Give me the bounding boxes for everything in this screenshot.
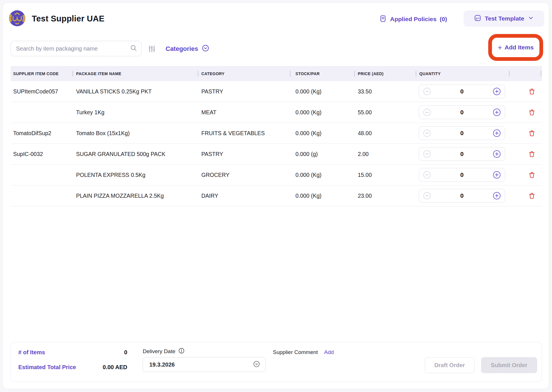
delete-item-button[interactable] [528,109,536,116]
stock-par-cell: 0.000 (Kg) [290,123,354,143]
applied-policies-count: (0) [440,16,447,23]
applied-policies-link[interactable]: Applied Policies (0) [379,15,447,24]
supplier-comment-label: Supplier Comment [273,349,318,355]
quantity-value[interactable]: 0 [460,88,464,95]
stock-par-cell: 0.000 (g) [290,144,354,164]
add-items-button[interactable]: + Add Items [496,43,535,51]
actions-cell [509,102,542,123]
quantity-cell: 0 [416,144,509,164]
increase-quantity-button[interactable] [492,191,502,201]
quantity-stepper[interactable]: 0 [419,168,505,182]
table-header: SUPPLIER ITEM CODE PACKAGE ITEM NAME CAT… [11,66,542,81]
increase-quantity-button[interactable] [492,170,502,180]
page-title: Test Supplier UAE [32,14,104,23]
price-cell: 23.00 [354,185,416,206]
decrease-quantity-button[interactable] [422,107,432,117]
stock-par-cell: 0.000 (Kg) [290,81,354,102]
template-selector-button[interactable]: Test Template [464,11,544,27]
decrease-quantity-button[interactable] [422,191,432,201]
table-row: TomatoDifSup2 Tomato Box (15x1Kg) FRUITS… [11,123,542,144]
categories-dropdown[interactable]: Categories [166,44,209,53]
supplier-item-code-cell [11,185,72,206]
chevron-down-icon [528,15,534,22]
increase-quantity-button[interactable] [492,107,502,117]
column-header-quantity: QUANTITY [416,66,509,81]
column-header-package-item-name: PACKAGE ITEM NAME [72,66,198,81]
total-price-label[interactable]: Estimated Total Price [18,364,76,371]
decrease-quantity-button[interactable] [422,149,432,159]
increase-quantity-button[interactable] [492,128,502,138]
add-comment-link[interactable]: Add [324,349,334,355]
info-icon[interactable] [178,347,185,355]
quantity-stepper[interactable]: 0 [419,189,505,203]
quantity-value[interactable]: 0 [460,192,464,199]
category-cell: GROCERY [198,165,290,185]
price-cell: 2.00 [354,144,416,164]
package-item-name-cell: POLENTA EXPRESS 0.5Kg [72,165,198,185]
stock-par-cell: 0.000 (Kg) [290,185,354,206]
package-item-name-cell: Turkey 1Kg [72,102,198,123]
category-cell: PASTRY [198,81,290,102]
increase-quantity-button[interactable] [492,149,502,159]
decrease-quantity-button[interactable] [422,170,432,180]
quantity-stepper[interactable]: 0 [419,85,505,98]
plus-icon: + [498,44,502,51]
draft-order-button[interactable]: Draft Order [425,357,474,373]
items-count-value: 0 [85,349,127,356]
delivery-date-input[interactable]: 19.3.2026 [143,357,266,372]
supplier-logo [9,10,25,27]
total-price-value: 0.00 AED [68,364,127,371]
stock-par-cell: 0.000 (Kg) [290,165,354,185]
actions-cell [509,165,542,185]
quantity-value[interactable]: 0 [460,171,464,178]
quantity-cell: 0 [416,123,509,143]
policies-icon [379,15,387,24]
delete-item-button[interactable] [528,150,536,158]
delete-item-button[interactable] [528,129,536,137]
actions-cell [509,81,542,102]
add-items-label: Add Items [505,44,534,51]
actions-cell [509,123,542,143]
package-item-name-cell: PLAIN PIZZA MOZZARELLA 2.5Kg [72,185,198,206]
category-cell: PASTRY [198,144,290,164]
actions-cell [509,185,542,206]
table-row: PLAIN PIZZA MOZZARELLA 2.5Kg DAIRY 0.000… [11,185,542,206]
stock-par-cell: 0.000 (Kg) [290,102,354,123]
quantity-cell: 0 [416,102,509,123]
quantity-stepper[interactable]: 0 [419,126,505,140]
quantity-cell: 0 [416,165,509,185]
category-cell: DAIRY [198,185,290,206]
price-cell: 48.00 [354,123,416,143]
supplier-item-code-cell [11,165,72,185]
search-input[interactable] [15,45,130,52]
quantity-value[interactable]: 0 [460,130,464,137]
decrease-quantity-button[interactable] [422,128,432,138]
quantity-cell: 0 [416,185,509,206]
price-cell: 33.50 [354,81,416,102]
template-icon [474,14,481,23]
table-row: Turkey 1Kg MEAT 0.000 (Kg) 55.00 0 [11,102,542,123]
price-cell: 55.00 [354,102,416,123]
supplier-order-card: Test Supplier UAE Applied Policies (0) [2,2,549,389]
submit-order-button[interactable]: Submit Order [481,357,537,373]
category-cell: FRUITS & VEGETABLES [198,123,290,143]
table-row: POLENTA EXPRESS 0.5Kg GROCERY 0.000 (Kg)… [11,165,542,185]
decrease-quantity-button[interactable] [422,87,432,96]
quantity-stepper[interactable]: 0 [419,105,505,119]
quantity-stepper[interactable]: 0 [419,147,505,161]
quantity-value[interactable]: 0 [460,109,464,116]
delete-item-button[interactable] [528,192,536,200]
delete-item-button[interactable] [528,171,536,179]
order-summary-bar: # of Items 0 Estimated Total Price 0.00 … [11,342,542,382]
template-button-label: Test Template [485,15,524,22]
chevron-down-circle-icon [253,360,260,369]
increase-quantity-button[interactable] [492,87,502,96]
delivery-date-value: 19.3.2026 [149,361,175,368]
column-header-actions [509,66,542,81]
quantity-value[interactable]: 0 [460,151,464,157]
search-icon [130,44,137,53]
items-count-label[interactable]: # of Items [18,349,45,356]
delete-item-button[interactable] [528,88,536,95]
filter-icon[interactable] [148,45,156,54]
actions-cell [509,144,542,164]
